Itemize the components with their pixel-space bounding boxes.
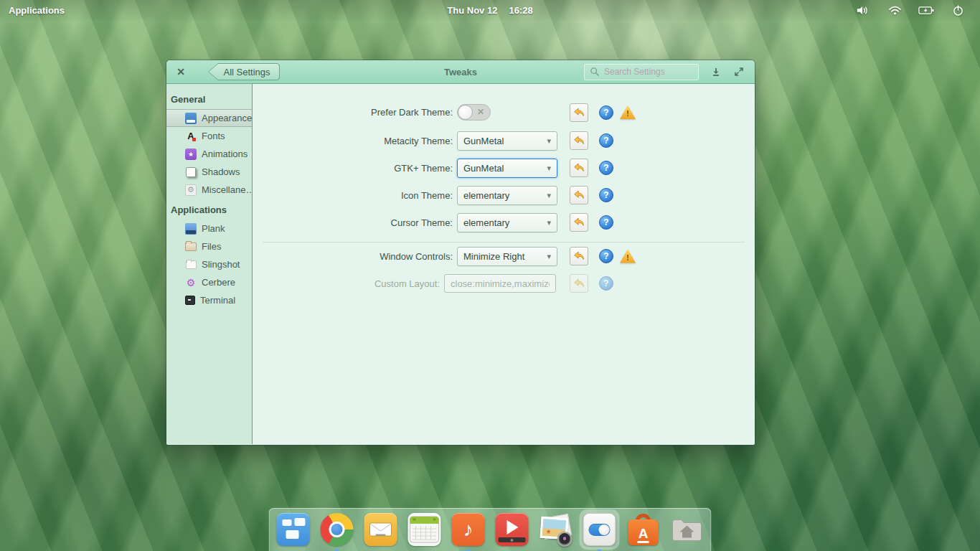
chevron-down-icon: ▾ <box>547 136 551 146</box>
help-icon[interactable]: ? <box>599 188 613 202</box>
setting-row-custom-layout: Custom Layout: ? <box>253 270 755 297</box>
titlebar-actions <box>710 66 745 77</box>
system-tray <box>855 4 980 17</box>
custom-layout-input[interactable] <box>444 274 556 293</box>
music-note-icon: ♪ <box>452 513 485 546</box>
close-window-button[interactable]: ✕ <box>174 65 188 79</box>
undo-button[interactable] <box>570 159 588 177</box>
gear-icon: ⚙ <box>185 184 197 196</box>
undo-button[interactable] <box>570 247 588 265</box>
search-input[interactable] <box>604 67 690 77</box>
help-icon[interactable]: ? <box>599 133 613 148</box>
row-actions: ? <box>570 131 613 150</box>
icon-theme-dropdown[interactable]: elementary ▾ <box>457 186 557 205</box>
metacity-theme-dropdown[interactable]: GunMetal ▾ <box>457 131 557 151</box>
plank-dock-icon <box>185 223 197 235</box>
dropdown-value: GunMetal <box>463 136 504 146</box>
dock-item-calendar[interactable] <box>407 512 442 547</box>
sidebar-item-fonts[interactable]: A Fonts <box>166 127 252 145</box>
terminal-icon <box>185 296 195 305</box>
setting-row-prefer-dark-theme: Prefer Dark Theme: ✕ ? ! <box>253 98 755 127</box>
appearance-icon <box>185 113 197 124</box>
undo-button[interactable] <box>570 131 588 150</box>
mail-icon <box>364 513 397 546</box>
window-controls-dropdown[interactable]: Minimize Right ▾ <box>457 247 557 266</box>
undo-button[interactable] <box>570 103 588 122</box>
prefer-dark-theme-toggle[interactable]: ✕ <box>457 104 491 121</box>
dock-item-chrome[interactable] <box>320 512 354 547</box>
titlebar[interactable]: ✕ All Settings Tweaks <box>166 60 755 84</box>
video-player-icon <box>496 513 529 546</box>
undo-button[interactable] <box>570 186 588 204</box>
dock-item-multitasking-view[interactable] <box>276 512 311 547</box>
sidebar-item-animations[interactable]: ★ Animations <box>166 145 252 163</box>
power-icon[interactable] <box>950 4 966 17</box>
setting-row-gtk-theme: GTK+ Theme: GunMetal ▾ ? <box>253 154 755 182</box>
help-icon[interactable]: ? <box>599 161 613 175</box>
setting-row-window-controls: Window Controls: Minimize Right ▾ ? ! <box>253 242 755 270</box>
sidebar-item-miscellaneous[interactable]: ⚙ Miscellane… <box>166 181 252 199</box>
appcenter-bag-icon: A <box>626 512 661 547</box>
help-icon-disabled: ? <box>599 276 613 291</box>
chevron-down-icon: ▾ <box>547 218 551 227</box>
sidebar-item-plank[interactable]: Plank <box>166 220 252 237</box>
setting-label: GTK+ Theme: <box>253 163 453 174</box>
dock-item-videos[interactable] <box>495 512 529 547</box>
sidebar-item-shadows[interactable]: Shadows <box>166 163 252 181</box>
desktop-wallpaper: Applications Thu Nov 12 16:28 ✕ <box>0 0 980 551</box>
fullscreen-expand-icon[interactable] <box>733 66 745 77</box>
search-field[interactable] <box>584 64 699 80</box>
clock[interactable]: Thu Nov 12 16:28 <box>447 5 532 16</box>
sidebar-item-label: Appearance <box>202 113 252 123</box>
sidebar-item-label: Plank <box>202 223 225 234</box>
dock-item-photos[interactable] <box>539 512 573 547</box>
sidebar-item-label: Miscellane… <box>202 184 255 195</box>
sidebar-item-label: Fonts <box>202 131 225 141</box>
back-button-label: All Settings <box>209 64 279 80</box>
chrome-icon <box>321 513 354 546</box>
dropdown-value: GunMetal <box>463 163 504 174</box>
wifi-icon[interactable] <box>887 4 903 17</box>
home-folder-icon <box>670 512 705 547</box>
sidebar-item-cerbere[interactable]: ⚙ Cerbere <box>166 273 252 291</box>
calendar-icon <box>408 513 441 546</box>
tweaks-window: ✕ All Settings Tweaks <box>166 60 755 445</box>
help-icon[interactable]: ? <box>599 249 613 263</box>
sidebar-item-files[interactable]: Files <box>166 237 252 255</box>
sidebar-item-appearance[interactable]: Appearance <box>166 109 252 127</box>
shadows-icon <box>185 166 197 178</box>
all-settings-back-button[interactable]: All Settings <box>208 63 280 80</box>
setting-row-metacity-theme: Metacity Theme: GunMetal ▾ ? <box>253 127 755 154</box>
warning-mark: ! <box>626 108 629 119</box>
setting-label: Custom Layout: <box>253 278 440 289</box>
applications-menu[interactable]: Applications <box>0 5 65 16</box>
dock-item-switchboard[interactable] <box>583 512 617 547</box>
multitasking-icon <box>277 513 310 546</box>
dock-item-home-folder[interactable] <box>670 512 705 547</box>
help-icon[interactable]: ? <box>599 105 613 120</box>
slingshot-icon <box>185 259 197 270</box>
animations-star-icon: ★ <box>185 149 197 160</box>
dock-item-mail[interactable] <box>364 512 398 547</box>
switchboard-toggle-icon <box>583 513 616 546</box>
undo-button[interactable] <box>570 213 588 232</box>
sidebar-item-terminal[interactable]: Terminal <box>166 291 252 309</box>
cursor-theme-dropdown[interactable]: elementary ▾ <box>457 213 557 232</box>
window-title: Tweaks <box>444 67 477 77</box>
dropdown-value: elementary <box>463 217 509 228</box>
row-actions: ? ! <box>570 103 636 122</box>
warning-mark: ! <box>626 253 629 263</box>
sidebar-item-slingshot[interactable]: Slingshot <box>166 255 252 273</box>
download-icon[interactable] <box>710 66 722 77</box>
dock-item-music[interactable]: ♪ <box>451 512 486 547</box>
sidebar-item-label: Files <box>202 241 221 252</box>
dock-item-appcenter[interactable]: A <box>626 512 661 547</box>
volume-icon[interactable] <box>855 4 871 17</box>
toggle-knob[interactable] <box>458 105 473 120</box>
toggle-off-x-icon: ✕ <box>477 107 484 117</box>
sidebar-item-label: Animations <box>202 149 248 159</box>
gtk-theme-dropdown[interactable]: GunMetal ▾ <box>457 159 557 178</box>
battery-charging-icon[interactable] <box>918 4 934 17</box>
help-icon[interactable]: ? <box>599 215 613 230</box>
sidebar-header-general: General <box>166 88 252 109</box>
